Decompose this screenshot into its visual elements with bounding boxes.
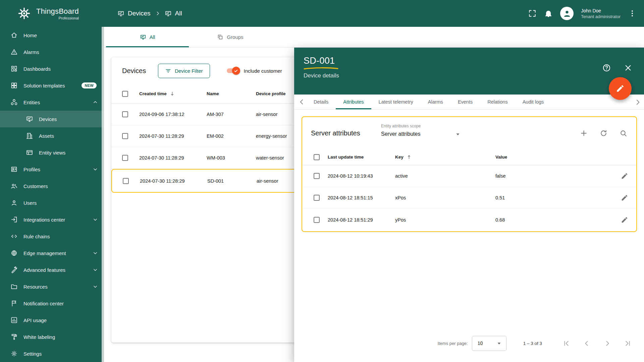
profiles-icon [10,166,18,173]
tabs-scroll-left-icon[interactable] [298,98,306,106]
sidebar-item-devices[interactable]: Devices [0,111,104,127]
column-name[interactable]: Name [196,91,245,96]
row-checkbox[interactable] [314,173,320,179]
add-attribute-icon[interactable] [580,129,588,137]
more-menu-icon[interactable] [628,9,637,18]
previous-page-icon[interactable] [583,339,591,348]
tab-audit-logs[interactable]: Audit logs [515,95,551,109]
column-created-time[interactable]: Created time [128,91,196,97]
attribute-row[interactable]: 2024-08-12 18:51:29 yPos 0.68 [302,209,636,231]
sidebar-item-profiles[interactable]: Profiles [0,161,104,178]
tab-relations[interactable]: Relations [480,95,515,109]
row-checkbox[interactable] [122,111,128,117]
edit-attribute-icon[interactable] [621,194,628,201]
device-filter-button[interactable]: Device Filter [158,64,210,78]
cell-created-time: 2024-07-30 11:28:29 [128,155,196,161]
tab-label: Events [458,99,473,105]
last-page-icon[interactable] [624,339,632,348]
tab-latest-telemetry[interactable]: Latest telemetry [371,95,421,109]
row-checkbox[interactable] [314,217,320,223]
row-checkbox[interactable] [122,155,128,161]
app-logo[interactable]: ThingsBoard Professional [0,0,104,27]
notifications-bell-icon[interactable] [544,9,553,18]
sidebar-item-label: Users [23,200,37,206]
sidebar-item-integrations-center[interactable]: Integrations center [0,211,104,228]
tabs-scroll-right-icon[interactable] [633,98,642,107]
sidebar-item-resources[interactable]: Resources [0,278,104,295]
fullscreen-icon[interactable] [528,9,537,18]
items-per-page-select[interactable]: 10 [472,336,506,351]
sidebar-item-advanced-features[interactable]: Advanced features [0,261,104,278]
user-avatar[interactable] [560,7,574,20]
edit-attribute-icon[interactable] [621,216,628,224]
entity-group-tabs: All Groups [104,27,644,48]
tab-all[interactable]: All [106,27,189,47]
sidebar-item-users[interactable]: Users [0,194,104,211]
tab-events[interactable]: Events [450,95,480,109]
flag-icon [10,300,18,307]
chevron-down-icon [92,216,99,223]
breadcrumb-section[interactable]: Devices [128,10,151,17]
search-icon[interactable] [619,129,628,137]
sidebar-item-entity-views[interactable]: Entity views [0,144,104,161]
tab-attributes[interactable]: Attributes [336,95,371,109]
column-key[interactable]: Key [395,154,495,160]
sidebar-item-white-labeling[interactable]: White labeling [0,328,104,345]
attribute-row[interactable]: 2024-08-12 10:19:43 active false [302,165,636,187]
row-checkbox[interactable] [123,178,129,184]
tab-alarms[interactable]: Alarms [421,95,450,109]
breadcrumb: Devices All [117,10,182,17]
sidebar-item-label: Dashboards [23,66,51,72]
sidebar-nav: Home Alarms Dashboards Solution template… [0,27,104,362]
row-checkbox[interactable] [122,133,128,139]
sidebar-item-alarms[interactable]: Alarms [0,44,104,60]
app-name: ThingsBoard [36,7,79,16]
tab-groups[interactable]: Groups [189,27,272,47]
devices-icon [165,10,172,17]
user-info[interactable]: John Doe Tenant administrator [581,8,621,19]
tab-details[interactable]: Details [306,95,336,109]
sidebar-item-api-usage[interactable]: API usage [0,312,104,328]
edit-attribute-icon[interactable] [621,172,628,180]
attributes-scope-select[interactable]: Entity attributes scope Server attribute… [381,124,462,138]
device-details-panel: SD-001 Device details Details Attributes… [294,48,644,362]
sidebar-item-label: API usage [23,317,47,323]
dropdown-arrow-icon [454,130,462,138]
sidebar-item-rule-chains[interactable]: Rule chains [0,228,104,245]
sidebar-item-settings[interactable]: Settings [0,345,104,362]
breadcrumb-current: All [175,10,182,17]
sidebar-item-home[interactable]: Home [0,27,104,44]
select-all-checkbox[interactable] [122,91,128,97]
edit-fab-button[interactable] [609,77,632,100]
sidebar-item-customers[interactable]: Customers [0,178,104,194]
thingsboard-logo-icon [17,6,32,21]
sidebar-scrollbar[interactable] [102,27,104,362]
select-all-checkbox[interactable] [314,154,320,160]
next-page-icon[interactable] [603,339,611,348]
sidebar: ThingsBoard Professional Home Alarms Das… [0,0,104,362]
cell-key: xPos [395,195,495,200]
row-checkbox[interactable] [314,195,320,201]
column-value[interactable]: Value [495,155,613,160]
tab-label: Alarms [428,99,443,105]
home-icon [10,32,18,39]
page-buttons [562,339,632,348]
sidebar-item-edge-management[interactable]: Edge management [0,245,104,261]
include-customer-toggle[interactable] [226,68,239,74]
first-page-icon[interactable] [562,339,571,348]
device-name-title: SD-001 [304,56,644,66]
attribute-row[interactable]: 2024-08-12 18:51:15 xPos 0.51 [302,187,636,209]
dashboards-icon [10,65,18,72]
sidebar-item-solution-templates[interactable]: Solution templates NEW [0,77,104,94]
sidebar-item-notification-center[interactable]: Notification center [0,295,104,312]
close-icon[interactable] [624,63,633,72]
sidebar-item-assets[interactable]: Assets [0,127,104,144]
help-icon[interactable] [602,63,611,72]
sort-asc-icon [406,154,412,160]
column-last-update-time[interactable]: Last update time [328,155,395,160]
sidebar-item-entities[interactable]: Entities [0,94,104,111]
sidebar-item-dashboards[interactable]: Dashboards [0,60,104,77]
column-label: Value [495,155,507,160]
rule-chains-icon [10,233,18,240]
refresh-icon[interactable] [599,129,608,137]
